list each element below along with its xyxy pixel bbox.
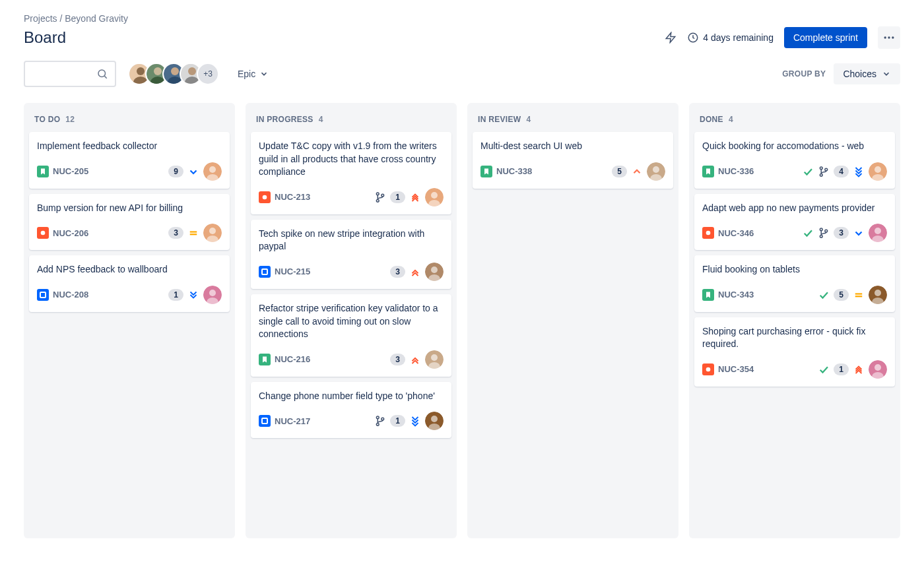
svg-rect-46 [262,418,267,424]
card[interactable]: Bump version for new API for billingNUC-… [29,194,230,251]
avatar-stack[interactable]: +3 [128,63,219,85]
assignee-avatar[interactable] [869,360,887,379]
column-name: TO DO [34,115,60,124]
check-icon [802,227,814,239]
priority-icon [409,415,421,427]
card-key[interactable]: NUC-205 [37,166,88,177]
assignee-avatar[interactable] [203,162,222,181]
card-title: Update T&C copy with v1.9 from the write… [259,140,444,179]
assignee-avatar[interactable] [869,286,887,304]
card[interactable]: Quick booking for accomodations - webNUC… [694,132,895,189]
task-type-icon [37,289,49,301]
priority-icon [853,166,865,177]
svg-point-30 [209,290,216,296]
svg-marker-0 [667,33,676,43]
priority-icon [409,354,421,365]
story-points-badge: 1 [168,289,183,301]
column-header: IN REVIEW4 [473,111,673,132]
svg-rect-28 [40,292,46,298]
card[interactable]: Refactor stripe verification key validat… [251,294,451,377]
column-header: TO DO12 [29,111,230,132]
card-title: Refactor stripe verification key validat… [259,302,444,341]
breadcrumb-root[interactable]: Projects [24,13,57,24]
card-key[interactable]: NUC-343 [702,289,754,301]
breadcrumb-project[interactable]: Beyond Gravity [65,13,128,24]
card[interactable]: Shoping cart purchasing error - quick fi… [694,317,895,387]
assignee-avatar[interactable] [869,162,887,181]
svg-point-76 [874,364,881,371]
column: IN PROGRESS4Update T&C copy with v1.9 fr… [246,103,457,538]
svg-point-41 [431,267,438,273]
story-type-icon [702,166,714,177]
assignee-avatar[interactable] [869,224,887,242]
priority-icon [409,266,421,278]
assignee-avatar[interactable] [425,412,444,430]
search-icon [96,68,108,80]
assignee-avatar[interactable] [203,286,222,304]
card-title: Quick booking for accomodations - web [702,140,887,153]
bolt-icon[interactable] [665,32,676,44]
column: IN REVIEW4Multi-dest search UI webNUC-33… [467,103,678,538]
svg-point-37 [431,192,438,199]
card[interactable]: Add NPS feedback to wallboardNUC-2081 [29,255,230,312]
assignee-avatar[interactable] [203,224,222,242]
bug-type-icon [702,227,714,239]
card[interactable]: Multi-dest search UI webNUC-3385 [473,132,673,189]
assignee-avatar[interactable] [425,188,444,206]
card-key[interactable]: NUC-215 [259,266,310,278]
priority-icon [187,227,199,239]
card-key[interactable]: NUC-336 [702,166,754,177]
card[interactable]: Tech spike on new stripe integration wit… [251,220,451,289]
search-input[interactable] [24,61,116,87]
card[interactable]: Adapt web app no new payments providerNU… [694,194,895,251]
svg-point-67 [874,228,881,234]
bug-type-icon [259,191,271,203]
story-points-badge: 4 [834,166,849,177]
svg-point-20 [209,166,216,173]
avatar-overflow[interactable]: +3 [197,63,219,85]
card[interactable]: Implement feedback collectorNUC-2059 [29,132,230,189]
story-points-badge: 3 [834,227,849,239]
svg-point-54 [653,166,659,173]
check-icon [818,363,830,375]
story-points-badge: 3 [390,354,405,365]
card-key[interactable]: NUC-213 [259,191,310,203]
assignee-avatar[interactable] [425,350,444,369]
story-points-badge: 3 [390,266,405,278]
card-key[interactable]: NUC-216 [259,354,310,365]
svg-point-57 [820,174,823,176]
card[interactable]: Fluid booking on tabletsNUC-3435 [694,255,895,312]
page-title: Board [24,28,66,47]
svg-point-3 [888,36,890,38]
chevron-down-icon [259,69,269,79]
card[interactable]: Change phone number field type to 'phone… [251,382,451,439]
svg-point-33 [377,193,380,195]
card-key[interactable]: NUC-217 [259,415,310,427]
assignee-avatar[interactable] [647,162,665,181]
story-points-badge: 5 [612,166,627,177]
card-key[interactable]: NUC-338 [480,166,532,177]
priority-icon [853,227,865,239]
story-type-icon [259,354,271,365]
check-icon [802,166,814,177]
svg-point-22 [41,231,46,236]
card-key[interactable]: NUC-346 [702,227,754,239]
group-by-select[interactable]: Choices [834,63,900,84]
complete-sprint-button[interactable]: Complete sprint [784,27,867,48]
svg-point-58 [825,168,828,171]
card-title: Change phone number field type to 'phone… [259,390,444,403]
card-key[interactable]: NUC-354 [702,363,754,375]
chevron-down-icon [882,69,891,79]
card-key[interactable]: NUC-206 [37,227,88,239]
column-header: IN PROGRESS4 [251,111,451,132]
card[interactable]: Update T&C copy with v1.9 from the write… [251,132,451,214]
more-button[interactable] [878,26,900,49]
card-key[interactable]: NUC-208 [37,289,88,301]
svg-point-72 [874,290,881,296]
assignee-avatar[interactable] [425,263,444,281]
svg-point-17 [188,67,196,75]
column-count: 4 [319,115,323,124]
priority-icon [853,289,865,301]
epic-filter[interactable]: Epic [231,65,275,83]
board: TO DO12Implement feedback collectorNUC-2… [24,103,900,538]
